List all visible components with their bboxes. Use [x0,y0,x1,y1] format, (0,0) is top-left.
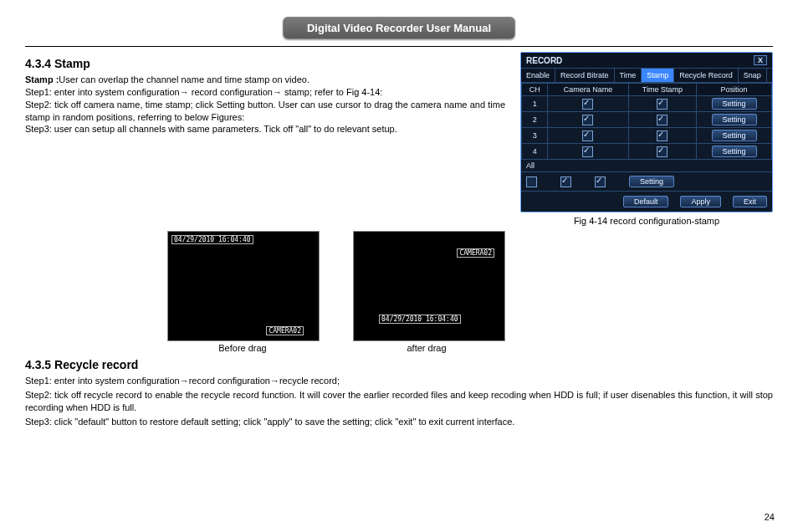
close-icon[interactable]: X [754,55,767,65]
checkbox-all-camname[interactable] [560,176,571,187]
all-row: Setting [521,171,772,191]
table-row: 4 Setting [522,144,772,160]
setting-button-2[interactable]: Setting [712,114,757,125]
tab-snap[interactable]: Snap [739,69,767,82]
thumb-label-before: Before drag [167,343,318,353]
table-row: 1 Setting [522,96,772,112]
setting-button-all[interactable]: Setting [629,176,674,187]
checkbox-camname-3[interactable] [582,130,593,141]
recycle-step1: Step1: enter into system configuration→r… [25,375,773,387]
thumb-after: CAMERA02 04/29/2010 16:04:40 [353,231,505,341]
setting-button-1[interactable]: Setting [712,98,757,110]
page-number: 24 [765,512,775,522]
cell-ch: 4 [522,144,548,160]
checkbox-camname-4[interactable] [582,146,593,157]
all-label: All [521,160,772,171]
camera-overlay: CAMERA02 [457,248,494,258]
record-window: RECORD X Enable Record Bitrate Time Stam… [520,52,773,212]
checkbox-camname-2[interactable] [582,115,593,125]
exit-button[interactable]: Exit [733,196,767,207]
manual-title: Digital Video Recorder User Manual [283,17,515,39]
stamp-step2: Step2: tick off camera name, time stamp;… [25,99,505,124]
stamp-intro: Stamp :User can overlap the channel name… [25,74,505,86]
timestamp-overlay: 04/29/2010 16:04:40 [171,235,253,244]
section-434-heading: 4.3.4 Stamp [25,57,505,70]
col-camera-name: Camera Name [548,84,628,96]
cell-ch: 1 [522,96,548,112]
camera-overlay: CAMERA02 [266,326,304,335]
header-rule [25,46,773,47]
tab-recycle-record[interactable]: Recycle Record [674,69,739,82]
col-position: Position [697,84,772,96]
tab-record-bitrate[interactable]: Record Bitrate [555,69,615,82]
figure-caption: Fig 4-14 record configuration-stamp [520,216,773,226]
apply-button[interactable]: Apply [680,196,721,207]
recycle-step3: Step3: click "default" button to restore… [25,416,773,428]
checkbox-timestamp-2[interactable] [657,115,668,125]
checkbox-all-timestamp[interactable] [595,176,606,187]
recycle-step2: Step2: tick off recycle record to enable… [25,389,773,414]
thumb-before: 04/29/2010 16:04:40 CAMERA02 [167,231,320,341]
tab-bar: Enable Record Bitrate Time Stamp Recycle… [521,69,772,83]
stamp-step3: Step3: user can setup all channels with … [25,123,505,136]
checkbox-timestamp-3[interactable] [657,130,668,141]
cell-ch: 2 [522,112,548,128]
setting-button-4[interactable]: Setting [712,146,757,157]
tab-time[interactable]: Time [615,69,642,82]
tab-enable[interactable]: Enable [521,69,555,82]
col-ch: CH [522,84,548,96]
cell-ch: 3 [522,128,548,144]
stamp-intro-text: User can overlap the channel name and ti… [59,74,309,84]
tab-stamp[interactable]: Stamp [642,69,674,82]
stamp-table: CH Camera Name Time Stamp Position 1 Set… [521,83,772,160]
col-time-stamp: Time Stamp [628,84,697,96]
checkbox-timestamp-1[interactable] [657,99,668,110]
window-title: RECORD [526,56,562,65]
default-button[interactable]: Default [623,196,669,207]
checkbox-camname-1[interactable] [582,99,593,110]
timestamp-overlay: 04/29/2010 16:04:40 [379,315,461,324]
checkbox-all-master[interactable] [526,176,537,187]
thumb-label-after: after drag [351,343,502,353]
checkbox-timestamp-4[interactable] [657,146,668,157]
table-row: 3 Setting [522,128,772,144]
section-435-heading: 4.3.5 Recycle record [25,358,773,371]
stamp-label: Stamp : [25,74,59,84]
table-row: 2 Setting [522,112,772,128]
setting-button-3[interactable]: Setting [712,130,757,141]
stamp-step1: Step1: enter into system configuration→ … [25,86,505,99]
window-footer: Default Apply Exit [521,191,772,212]
